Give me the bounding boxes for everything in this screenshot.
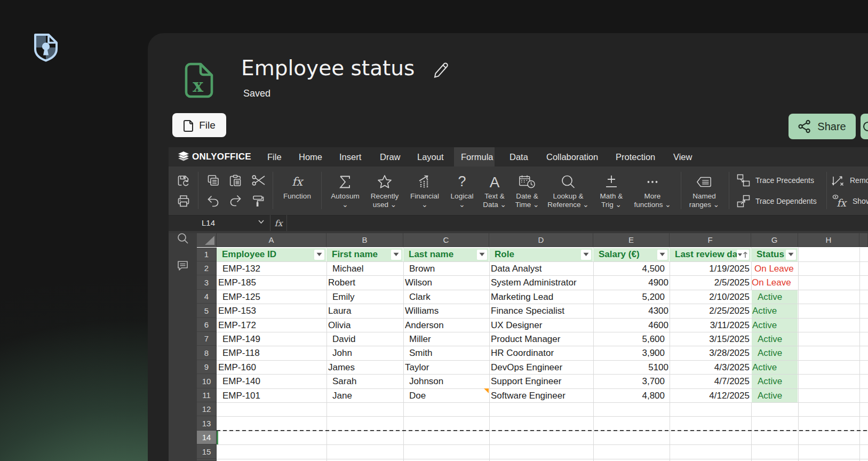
redo-icon[interactable] <box>228 194 242 208</box>
tab-formula[interactable]: Formula <box>461 147 493 166</box>
cell-B8[interactable]: John <box>327 346 403 360</box>
comment-indicator-icon[interactable] <box>484 388 489 393</box>
cell-A8[interactable]: EMP-118 <box>217 346 327 360</box>
name-box-chevron-icon[interactable] <box>258 219 265 224</box>
filter-sort-asc-button-F[interactable] <box>737 250 749 260</box>
cell-G10[interactable]: Active <box>751 375 798 388</box>
column-header-D[interactable]: D <box>489 233 593 247</box>
filter-button-G[interactable] <box>786 250 796 260</box>
cell-A11[interactable]: EMP-101 <box>217 389 327 402</box>
row-header-11[interactable]: 11 <box>197 388 217 402</box>
paste-icon[interactable] <box>228 174 242 188</box>
filter-button-C[interactable] <box>477 250 487 260</box>
row-header-2[interactable]: 2 <box>197 261 217 275</box>
cell-E6[interactable]: 4600 <box>593 319 670 332</box>
cell-D2[interactable]: Data Analyst <box>489 262 593 275</box>
tab-home[interactable]: Home <box>299 147 322 166</box>
cell-C9[interactable]: Taylor <box>403 361 489 374</box>
filter-button-E[interactable] <box>657 250 667 260</box>
column-header-partial[interactable] <box>859 233 868 247</box>
tab-insert[interactable]: Insert <box>339 147 361 166</box>
cell-C3[interactable]: Wilson <box>403 276 489 290</box>
cell-A3[interactable]: EMP-185 <box>217 276 327 290</box>
cell-B10[interactable]: Sarah <box>327 375 403 388</box>
column-header-F[interactable]: F <box>670 233 751 247</box>
cell-G7[interactable]: Active <box>751 332 798 346</box>
row-header-1[interactable]: 1 <box>197 248 217 261</box>
cell-D6[interactable]: UX Designer <box>489 319 593 332</box>
tab-collaboration[interactable]: Collaboration <box>546 147 598 166</box>
cell-B5[interactable]: Laura <box>327 304 403 318</box>
toolbar-button-show-formulas[interactable]: fxShow formulas <box>832 194 868 208</box>
column-header-H[interactable]: H <box>798 233 859 247</box>
row-header-8[interactable]: 8 <box>197 346 217 360</box>
cell-A2[interactable]: EMP-132 <box>217 262 327 275</box>
rename-pencil-icon[interactable] <box>433 61 449 80</box>
toolbar-button-trace-dependents[interactable]: Trace Dependents <box>737 194 817 208</box>
cell-F3[interactable]: 2/5/2025 <box>670 276 751 290</box>
cell-D9[interactable]: DevOps Engineer <box>489 361 593 374</box>
cell-D7[interactable]: Product Manager <box>489 332 593 346</box>
cell-F6[interactable]: 3/11/2025 <box>670 319 751 332</box>
cell-F9[interactable]: 4/3/2025 <box>670 361 751 374</box>
cell-C8[interactable]: Smith <box>403 346 489 360</box>
cell-D11[interactable]: Software Engineer <box>489 389 593 402</box>
format-painter-icon[interactable] <box>251 194 265 208</box>
tab-layout[interactable]: Layout <box>417 147 444 166</box>
cell-E4[interactable]: 5,200 <box>593 290 670 304</box>
cell-C6[interactable]: Anderson <box>403 319 489 332</box>
cell-B6[interactable]: Olivia <box>327 319 403 332</box>
cell-A7[interactable]: EMP-149 <box>217 332 327 346</box>
cell-C7[interactable]: Miller <box>403 332 489 346</box>
row-header-15[interactable]: 15 <box>197 444 217 459</box>
cut-icon[interactable] <box>251 173 265 187</box>
filter-button-A[interactable] <box>314 250 324 260</box>
cell-F2[interactable]: 1/19/2025 <box>670 262 751 275</box>
header-cell-A[interactable]: Employee ID <box>222 248 325 261</box>
copy-icon[interactable] <box>206 174 220 188</box>
cell-C2[interactable]: Brown <box>403 262 489 275</box>
cell-D8[interactable]: HR Coordinator <box>489 346 593 360</box>
header-cell-C[interactable]: Last name <box>409 248 488 261</box>
search-icon[interactable] <box>177 233 189 244</box>
cell-E7[interactable]: 5,600 <box>593 332 670 346</box>
cell-A9[interactable]: EMP-160 <box>217 361 327 374</box>
cell-G3[interactable]: On Leave <box>751 276 798 290</box>
file-button[interactable]: File <box>172 113 226 137</box>
cell-B2[interactable]: Michael <box>327 262 403 275</box>
cell-F4[interactable]: 2/10/2025 <box>670 290 751 304</box>
filter-button-D[interactable] <box>581 250 591 260</box>
clipped-toolbar-button[interactable] <box>861 114 868 139</box>
insert-function-fx-icon[interactable]: fx <box>270 215 287 231</box>
cell-F8[interactable]: 3/28/2025 <box>670 346 751 360</box>
column-header-C[interactable]: C <box>403 233 489 247</box>
column-header-A[interactable]: A <box>217 233 327 247</box>
tab-draw[interactable]: Draw <box>380 147 401 166</box>
tab-file[interactable]: File <box>267 147 282 166</box>
cell-D10[interactable]: Support Engineer <box>489 375 593 388</box>
row-header-12[interactable]: 12 <box>197 402 217 416</box>
toolbar-button-remove-arrows[interactable]: Remove arrows <box>831 173 868 187</box>
cell-F10[interactable]: 4/7/2025 <box>670 375 751 388</box>
column-header-E[interactable]: E <box>593 233 670 247</box>
toolbar-button-trace-precedents[interactable]: Trace Precedents <box>737 173 814 187</box>
cell-F7[interactable]: 3/15/2025 <box>670 332 751 346</box>
cell-C11[interactable]: Doe <box>403 389 489 402</box>
cell-G2[interactable]: On Leave <box>751 262 798 275</box>
row-header-13[interactable]: 13 <box>197 416 217 431</box>
cell-G9[interactable]: Active <box>751 361 798 374</box>
cell-D5[interactable]: Finance Specialist <box>489 304 593 318</box>
share-button[interactable]: Share <box>789 114 856 139</box>
cell-A10[interactable]: EMP-140 <box>217 375 327 388</box>
save-icon[interactable] <box>177 174 190 188</box>
row-header-6[interactable]: 6 <box>197 318 217 332</box>
row-header-4[interactable]: 4 <box>197 290 217 304</box>
cell-name-box[interactable]: L14 <box>198 215 270 231</box>
cell-B3[interactable]: Robert <box>327 276 403 290</box>
column-header-B[interactable]: B <box>327 233 403 247</box>
cell-C5[interactable]: Williams <box>403 304 489 318</box>
cell-G6[interactable]: Active <box>751 319 798 332</box>
row-header-3[interactable]: 3 <box>197 275 217 290</box>
cell-E8[interactable]: 3,900 <box>593 346 670 360</box>
cell-B11[interactable]: Jane <box>327 389 403 402</box>
